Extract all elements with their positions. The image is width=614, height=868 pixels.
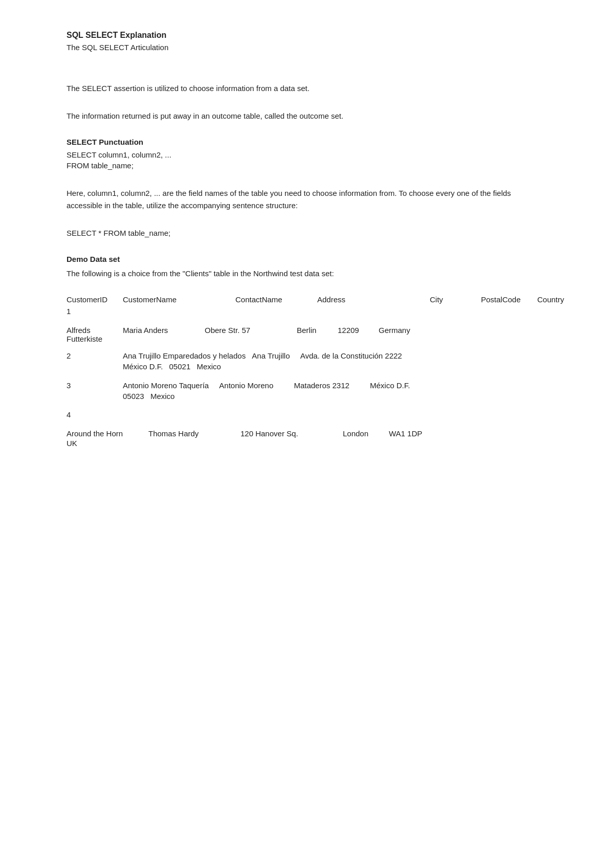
- row1-customername: Alfreds Futterkiste: [67, 326, 123, 343]
- paragraph-3: Here, column1, column2, ... are the fiel…: [67, 187, 547, 212]
- row4-line2: UK: [67, 439, 547, 448]
- row3-address: Mataderos 2312: [294, 381, 349, 390]
- syntax-line-1: SELECT column1, column2, ...: [67, 150, 547, 159]
- row3-city: México D.F.: [370, 381, 410, 390]
- table-row-4: Around the Horn Thomas Hardy 120 Hanover…: [67, 429, 547, 448]
- row2-address: Avda. de la Constitución 2222: [300, 351, 402, 360]
- row1-country: Germany: [379, 326, 430, 343]
- table-row-1: Alfreds Futterkiste Maria Anders Obere S…: [67, 326, 547, 343]
- row2-city: México D.F.: [123, 362, 163, 371]
- table-header-row: CustomerID CustomerName ContactName Addr…: [67, 295, 547, 304]
- header-city: City: [430, 295, 481, 304]
- row2-id: 2: [67, 351, 123, 360]
- row3-postal: 05023: [123, 392, 144, 400]
- row1-contactname: Maria Anders: [123, 326, 205, 343]
- row4-contactname: Thomas Hardy: [148, 429, 240, 438]
- table-row-3: 3 Antonio Moreno Taquería Antonio Moreno…: [67, 381, 547, 403]
- row4-country: UK: [67, 439, 77, 448]
- row3-line2: 05023 Mexico: [123, 391, 547, 403]
- row2-line2: México D.F. 05021 Mexico: [123, 361, 547, 373]
- header-postalcode: PostalCode: [481, 295, 537, 304]
- row2-contactname: Ana Trujillo: [252, 351, 290, 360]
- main-title: SQL SELECT Explanation: [67, 31, 547, 40]
- header-country: Country: [537, 295, 588, 304]
- paragraph-2: The information returned is put away in …: [67, 110, 547, 122]
- row1-postal: 12209: [338, 326, 379, 343]
- sub-title: The SQL SELECT Articulation: [67, 43, 547, 52]
- row3-contactname: Antonio Moreno: [219, 381, 273, 390]
- syntax-line-2: FROM table_name;: [67, 161, 547, 170]
- row1-city: Berlin: [297, 326, 338, 343]
- row3-data: Antonio Moreno Taquería Antonio Moreno M…: [123, 381, 547, 390]
- row3-customername: Antonio Moreno Taquería: [123, 381, 209, 390]
- header-customerid: CustomerID: [67, 295, 123, 304]
- row2-customername: Ana Trujillo Emparedados y helados: [123, 351, 246, 360]
- row3-id: 3: [67, 381, 123, 390]
- header-customername: CustomerName: [123, 295, 235, 304]
- table-row-2: 2 Ana Trujillo Emparedados y helados Ana…: [67, 351, 547, 373]
- syntax-line-3: SELECT * FROM table_name;: [67, 227, 547, 239]
- row2-data: Ana Trujillo Emparedados y helados Ana T…: [123, 351, 547, 360]
- row3-country: Mexico: [150, 392, 175, 400]
- row4-city: London: [343, 429, 389, 438]
- row4-customername: Around the Horn: [67, 429, 148, 438]
- row-1-id: 1: [67, 307, 71, 316]
- header-contactname: ContactName: [235, 295, 317, 304]
- row1-address: Obere Str. 57: [205, 326, 297, 343]
- demo-title: Demo Data set: [67, 255, 547, 263]
- data-table: CustomerID CustomerName ContactName Addr…: [67, 295, 547, 448]
- row2-postal: 05021: [169, 362, 191, 371]
- row4-postal: WA1 1DP: [389, 429, 440, 438]
- row-4-id: 4: [67, 410, 71, 419]
- row4-address: 120 Hanover Sq.: [240, 429, 343, 438]
- paragraph-1: The SELECT assertion is utilized to choo…: [67, 82, 547, 95]
- syntax-title: SELECT Punctuation: [67, 138, 547, 146]
- header-address: Address: [317, 295, 430, 304]
- row2-country: Mexico: [196, 362, 221, 371]
- demo-para: The following is a choice from the "Clie…: [67, 268, 547, 280]
